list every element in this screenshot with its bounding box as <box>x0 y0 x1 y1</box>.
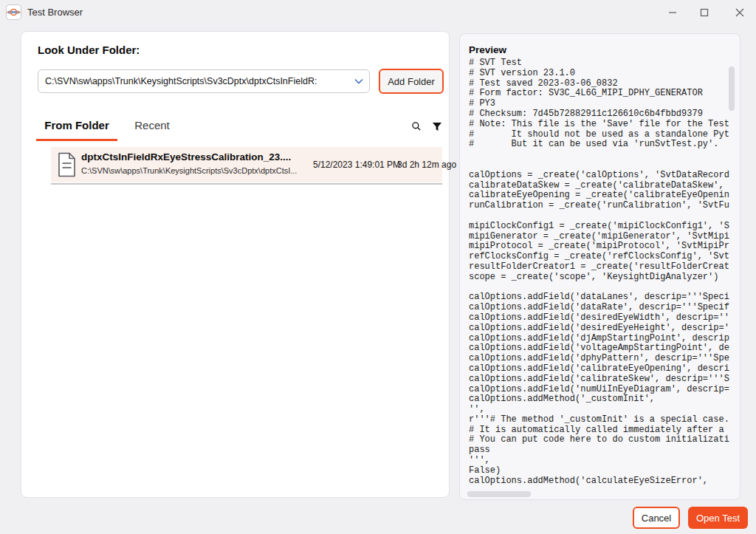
minimize-button[interactable] <box>661 1 684 24</box>
file-path: C:\SVN\sw\apps\Trunk\KeysightScripts\Sv3… <box>81 166 297 175</box>
list-divider <box>51 183 442 185</box>
close-button[interactable] <box>728 1 752 24</box>
folder-path-value: C:\SVN\sw\apps\Trunk\KeysightScripts\Sv3… <box>45 76 353 86</box>
preview-code: # SVT Test # SVT version 23.1.0 # Test s… <box>469 58 729 490</box>
add-folder-button[interactable]: Add Folder <box>379 69 444 94</box>
close-icon <box>735 8 744 17</box>
filter-button[interactable] <box>427 117 447 136</box>
preview-title: Preview <box>469 44 506 55</box>
maximize-button[interactable] <box>693 1 716 24</box>
file-list-item[interactable]: dptxCtsInFieldRxEyeStressCalibration_23.… <box>51 147 442 182</box>
minimize-icon <box>668 8 677 17</box>
window-title: Test Browser <box>27 7 83 18</box>
document-icon <box>58 152 76 180</box>
cancel-button[interactable]: Cancel <box>633 507 680 529</box>
open-test-button[interactable]: Open Test <box>688 507 748 529</box>
look-under-folder-label: Look Under Folder: <box>38 44 140 56</box>
app-icon <box>6 4 21 20</box>
maximize-icon <box>700 8 709 17</box>
tab-from-folder[interactable]: From Folder <box>36 114 117 141</box>
chevron-down-icon <box>353 75 365 87</box>
tab-recent[interactable]: Recent <box>128 114 176 141</box>
file-age: 3d 2h 12m ago <box>397 160 456 170</box>
search-icon <box>411 120 422 133</box>
filter-icon <box>432 121 442 132</box>
preview-vertical-scrollbar[interactable] <box>729 66 735 111</box>
search-button[interactable] <box>407 117 426 136</box>
folder-path-combobox[interactable]: C:\SVN\sw\apps\Trunk\KeysightScripts\Sv3… <box>38 69 370 93</box>
file-browser-panel: Look Under Folder: C:\SVN\sw\apps\Trunk\… <box>21 31 450 498</box>
preview-horizontal-scrollbar[interactable] <box>467 491 531 497</box>
title-bar[interactable]: Test Browser <box>0 0 756 25</box>
file-name: dptxCtsInFieldRxEyeStressCalibration_23.… <box>81 151 291 162</box>
preview-panel: Preview # SVT Test # SVT version 23.1.0 … <box>459 33 740 500</box>
file-modified-date: 5/12/2023 1:49:01 PM <box>313 160 400 170</box>
